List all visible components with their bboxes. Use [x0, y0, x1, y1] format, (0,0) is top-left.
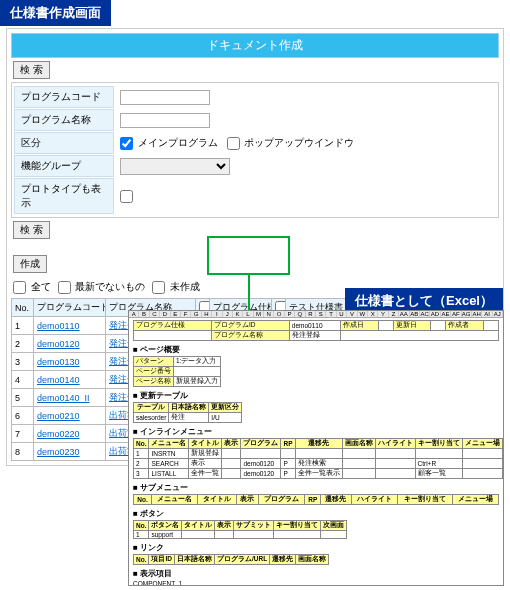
program-link[interactable]: demo0210	[37, 411, 80, 421]
sec-sub: ■ サブメニュー	[133, 482, 499, 493]
doc-create-header: ドキュメント作成	[11, 33, 499, 58]
filter-uncreated-label: 未作成	[170, 281, 200, 292]
excel-column-headers: ABCDEFGHIJKLMNOPQRSTUVWXYZAAABACADAEAFAG…	[129, 311, 503, 318]
th-code: プログラムコード	[34, 299, 106, 317]
sec-page: ■ ページ概要	[133, 344, 499, 355]
sec-btn: ■ ボタン	[133, 508, 499, 519]
ex-hdr2b: プログラム名称	[211, 331, 289, 341]
prototype-checkbox[interactable]	[120, 190, 133, 203]
program-name-input[interactable]	[120, 113, 210, 128]
label-program-code: プログラムコード	[14, 86, 114, 108]
kubun-popup-label: ポップアップウインドウ	[244, 137, 354, 148]
program-code-input[interactable]	[120, 90, 210, 105]
func-group-select[interactable]	[120, 158, 230, 175]
component-label: COMPONENT_1	[133, 580, 499, 586]
ex-hdr4: 作成日	[341, 321, 379, 331]
filter-recent-checkbox[interactable]	[58, 281, 71, 294]
sec-inline: ■ インラインメニュー	[133, 426, 499, 437]
filter-all-label: 全て	[31, 281, 51, 292]
sec-link: ■ リンク	[133, 542, 499, 553]
label-program-name: プログラム名称	[14, 109, 114, 131]
kubun-popup-checkbox[interactable]	[227, 137, 240, 150]
ex-hdr2: プログラムID	[211, 321, 289, 331]
program-link[interactable]: demo0110	[37, 321, 80, 331]
program-link[interactable]: demo0140_II	[37, 393, 90, 403]
program-link[interactable]: demo0130	[37, 357, 80, 367]
ex-hdr3: demo0110	[289, 321, 341, 331]
ex-hdr1: プログラム仕様	[134, 321, 212, 331]
excel-preview: ABCDEFGHIJKLMNOPQRSTUVWXYZAAABACADAEAFAG…	[128, 310, 504, 586]
label-kubun: 区分	[14, 132, 114, 154]
kubun-main-checkbox[interactable]	[120, 137, 133, 150]
program-link[interactable]: demo0230	[37, 447, 80, 457]
label-func-group: 機能グループ	[14, 155, 114, 177]
program-link[interactable]: demo0120	[37, 339, 80, 349]
th-no: No.	[12, 299, 34, 317]
search-button-top[interactable]: 検 索	[13, 61, 50, 79]
screen-title: 仕様書作成画面	[0, 0, 111, 26]
sec-table: ■ 更新テーブル	[133, 390, 499, 401]
kubun-main-label: メインプログラム	[138, 137, 218, 148]
create-button[interactable]: 作成	[13, 255, 47, 273]
filter-recent-label: 最新でないもの	[75, 281, 145, 292]
label-prototype: プロトタイプも表示	[14, 178, 114, 214]
filter-uncreated-checkbox[interactable]	[152, 281, 165, 294]
sec-disp: ■ 表示項目	[133, 568, 499, 579]
program-link[interactable]: demo0140	[37, 375, 80, 385]
program-link[interactable]: demo0220	[37, 429, 80, 439]
filter-all-checkbox[interactable]	[13, 281, 26, 294]
ex-hdr6: 作成者	[446, 321, 484, 331]
search-button-mid[interactable]: 検 索	[13, 221, 50, 239]
ex-hdr5: 更新日	[393, 321, 431, 331]
ex-hdr3b: 発注登録	[289, 331, 341, 341]
